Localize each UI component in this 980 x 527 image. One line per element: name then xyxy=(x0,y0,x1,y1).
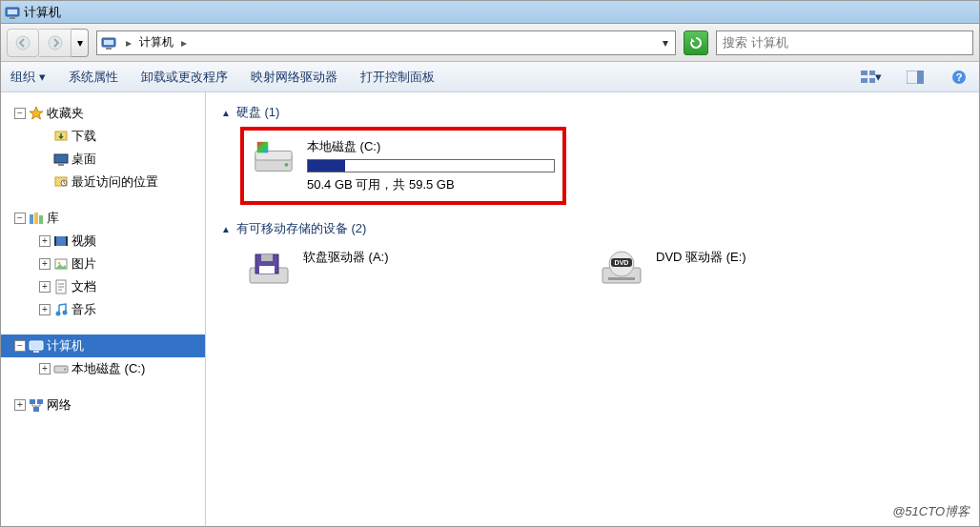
view-options-button[interactable]: ▾ xyxy=(861,67,882,88)
watermark: @51CTO博客 xyxy=(892,503,970,520)
toolbar-label: 组织 xyxy=(10,69,35,86)
recent-node[interactable]: 最近访问的位置 xyxy=(1,171,205,193)
breadcrumb-separator[interactable]: ▸ xyxy=(175,36,193,50)
search-box[interactable] xyxy=(716,30,973,55)
breadcrumb-computer[interactable]: 计算机 xyxy=(137,34,175,51)
svg-rect-38 xyxy=(33,407,39,412)
drive-c[interactable]: 本地磁盘 (C:) 50.4 GB 可用，共 59.5 GB xyxy=(246,132,561,199)
computer-icon xyxy=(5,5,20,20)
svg-point-4 xyxy=(49,36,62,50)
refresh-icon xyxy=(688,35,704,51)
uninstall-programs-button[interactable]: 卸载或更改程序 xyxy=(141,69,228,86)
dvd-icon: DVD xyxy=(599,249,644,294)
breadcrumb-separator[interactable]: ▸ xyxy=(120,36,137,50)
videos-node[interactable]: + 视频 xyxy=(1,230,205,253)
desktop-node[interactable]: 桌面 xyxy=(1,148,205,171)
svg-point-28 xyxy=(58,262,61,265)
svg-rect-9 xyxy=(869,71,875,75)
open-control-panel-button[interactable]: 打开控制面板 xyxy=(360,69,435,86)
map-network-drive-button[interactable]: 映射网络驱动器 xyxy=(251,69,337,86)
search-input[interactable] xyxy=(723,35,967,50)
explorer-window: 计算机 ▾ ▸ 计算机 ▸ ▾ xyxy=(0,0,980,527)
hdd-icon xyxy=(252,138,296,184)
network-node[interactable]: + 网络 xyxy=(1,394,205,416)
svg-point-35 xyxy=(64,369,66,371)
svg-rect-42 xyxy=(257,142,269,153)
preview-pane-button[interactable] xyxy=(905,67,926,88)
svg-rect-11 xyxy=(869,78,875,83)
svg-rect-21 xyxy=(30,214,33,224)
address-bar[interactable]: ▸ 计算机 ▸ ▾ xyxy=(96,30,676,55)
collapse-icon[interactable]: − xyxy=(14,340,26,352)
drive-info: 软盘驱动器 (A:) xyxy=(303,249,389,266)
svg-rect-33 xyxy=(33,351,39,353)
svg-rect-17 xyxy=(54,154,68,163)
tree-label: 库 xyxy=(47,210,59,227)
expand-icon[interactable]: + xyxy=(39,235,51,247)
nav-history-dropdown[interactable]: ▾ xyxy=(71,29,89,57)
forward-button[interactable] xyxy=(39,29,71,57)
help-button[interactable]: ? xyxy=(949,67,970,88)
expand-icon[interactable]: + xyxy=(39,363,51,375)
collapse-icon[interactable]: − xyxy=(14,108,26,119)
drive-detail: 50.4 GB 可用，共 59.5 GB xyxy=(307,176,555,193)
group-label: 硬盘 (1) xyxy=(236,104,280,121)
libraries-node[interactable]: − 库 xyxy=(1,207,205,230)
navigation-pane: − 收藏夹 下载 桌面 最近访问的位置 xyxy=(1,92,206,526)
svg-point-41 xyxy=(285,163,289,167)
tree-label: 视频 xyxy=(71,233,96,250)
back-button[interactable] xyxy=(7,29,39,57)
svg-rect-6 xyxy=(104,40,113,45)
favorites-node[interactable]: − 收藏夹 xyxy=(1,102,205,125)
tree-label: 桌面 xyxy=(71,151,96,168)
address-dropdown[interactable]: ▾ xyxy=(656,36,675,50)
floppy-icon xyxy=(246,249,292,294)
documents-node[interactable]: + 文档 xyxy=(1,275,205,298)
svg-rect-25 xyxy=(54,236,56,246)
svg-rect-26 xyxy=(66,236,68,246)
toolbar-label: 映射网络驱动器 xyxy=(251,69,337,86)
drive-icon xyxy=(53,361,69,376)
body: − 收藏夹 下载 桌面 最近访问的位置 xyxy=(1,92,979,526)
tree-label: 下载 xyxy=(71,128,96,145)
computer-node[interactable]: − 计算机 xyxy=(1,334,205,357)
usage-fill xyxy=(308,160,345,172)
svg-rect-2 xyxy=(10,17,15,19)
drive-dvd[interactable]: DVD DVD 驱动器 (E:) xyxy=(593,243,908,300)
downloads-icon xyxy=(53,129,69,144)
organize-menu[interactable]: 组织 ▾ xyxy=(10,69,46,86)
video-icon xyxy=(53,233,69,249)
svg-rect-8 xyxy=(861,71,868,75)
expand-icon[interactable]: + xyxy=(39,304,51,315)
svg-rect-18 xyxy=(58,164,64,166)
svg-rect-47 xyxy=(259,266,275,274)
svg-rect-1 xyxy=(8,10,17,14)
music-node[interactable]: + 音乐 xyxy=(1,298,205,321)
usage-bar xyxy=(307,159,555,172)
drive-info: 本地磁盘 (C:) 50.4 GB 可用，共 59.5 GB xyxy=(307,138,555,193)
svg-point-3 xyxy=(16,36,30,50)
svg-rect-10 xyxy=(861,78,868,83)
drive-floppy[interactable]: 软盘驱动器 (A:) xyxy=(240,243,555,300)
expand-icon[interactable]: + xyxy=(14,399,26,411)
tiles-icon xyxy=(861,71,875,84)
star-icon xyxy=(29,106,44,121)
expand-icon[interactable]: + xyxy=(39,258,51,270)
downloads-node[interactable]: 下载 xyxy=(1,125,205,148)
pictures-node[interactable]: + 图片 xyxy=(1,253,205,275)
local-disk-c-node[interactable]: + 本地磁盘 (C:) xyxy=(1,357,205,380)
tree: − 收藏夹 下载 桌面 最近访问的位置 xyxy=(1,102,205,416)
pictures-icon xyxy=(53,256,69,272)
group-removable-items: 软盘驱动器 (A:) DVD DVD 驱动器 (E:) xyxy=(221,243,964,300)
arrow-right-icon xyxy=(48,35,63,51)
refresh-button[interactable] xyxy=(684,30,708,55)
group-removable-header[interactable]: ▲ 有可移动存储的设备 (2) xyxy=(221,220,964,237)
group-hdd-header[interactable]: ▲ 硬盘 (1) xyxy=(221,104,964,121)
computer-icon xyxy=(101,35,116,51)
collapse-icon[interactable]: − xyxy=(14,213,26,224)
tree-label: 计算机 xyxy=(47,337,84,355)
svg-rect-49 xyxy=(608,277,635,280)
system-properties-button[interactable]: 系统属性 xyxy=(69,69,118,86)
libraries-icon xyxy=(29,211,44,226)
expand-icon[interactable]: + xyxy=(39,281,51,293)
